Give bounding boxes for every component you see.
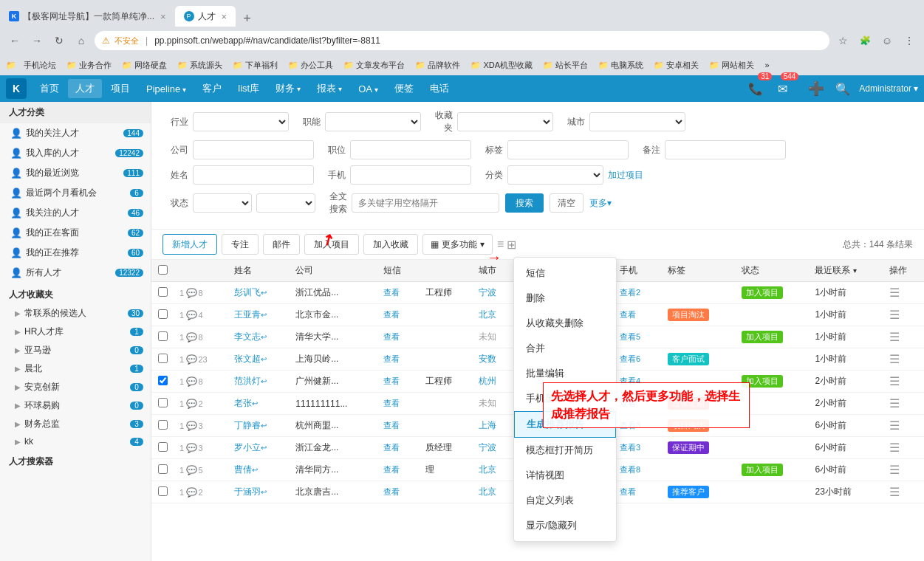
sidebar-item-my-db[interactable]: 👤 我入库的人才 12242 xyxy=(0,143,151,163)
view-link-2[interactable]: 查看3 xyxy=(620,421,640,430)
row-checkbox[interactable] xyxy=(158,287,168,297)
candidate-name-link[interactable]: 丁静睿 xyxy=(234,420,261,430)
name-link-icon[interactable]: ↩ xyxy=(261,355,267,363)
view-link-2[interactable]: 查看2 xyxy=(620,288,640,297)
operate-menu-icon[interactable]: ☰ xyxy=(889,486,900,498)
refresh-button[interactable]: ↻ xyxy=(50,32,68,49)
more-func-button[interactable]: ▦ 更多功能 ▾ xyxy=(422,234,493,255)
bookmark-brand[interactable]: 📁 品牌软件 xyxy=(412,58,463,72)
collection-item-6[interactable]: ▶ 财务总监 3 xyxy=(0,415,151,433)
position-input[interactable] xyxy=(350,140,471,159)
nav-report[interactable]: 报表 xyxy=(309,79,349,98)
new-talent-button[interactable]: 新增人才 xyxy=(162,234,217,255)
back-button[interactable]: ← xyxy=(6,32,24,49)
view-link-2[interactable]: 查看 xyxy=(620,310,636,319)
nav-home[interactable]: 首页 xyxy=(32,79,66,98)
collection-item-7[interactable]: ▶ kk 4 xyxy=(0,433,151,450)
dropdown-item-show-mobile[interactable]: 手机显示号码 xyxy=(514,386,616,411)
view-link-1[interactable]: 查看 xyxy=(383,421,400,430)
profile-button[interactable]: ☺ xyxy=(878,32,896,49)
forward-button[interactable]: → xyxy=(28,32,46,49)
dropdown-item-generate-report[interactable]: 生成推荐报告 xyxy=(514,411,616,438)
bookmark-website[interactable]: 📁 网站相关 xyxy=(706,58,757,72)
candidate-name-link[interactable]: 罗小立 xyxy=(234,442,261,452)
nav-phone[interactable]: 电话 xyxy=(422,79,456,98)
sidebar-item-recent[interactable]: 👤 我的最近浏览 111 xyxy=(0,163,151,183)
subscribe-button[interactable]: 专注 xyxy=(222,234,259,255)
add-project-button[interactable]: 加入项目 xyxy=(304,234,359,255)
bookmark-more[interactable]: » xyxy=(762,59,772,71)
view-link-2[interactable]: 查看3 xyxy=(620,443,640,452)
tab-2[interactable]: P 人才 × xyxy=(175,6,236,27)
view-link-2[interactable]: 查看5 xyxy=(620,332,640,341)
bookmark-article[interactable]: 📁 文章发布平台 xyxy=(340,58,408,72)
address-input[interactable]: ⚠ 不安全 | pp.ppinsoft.cn/webapp/#/nav/cand… xyxy=(95,31,829,50)
candidate-name-link[interactable]: 彭训飞 xyxy=(234,287,261,297)
industry-select[interactable] xyxy=(193,112,289,131)
name-link-icon[interactable]: ↩ xyxy=(252,399,258,407)
nav-talent[interactable]: 人才 xyxy=(68,79,102,98)
operate-menu-icon[interactable]: ☰ xyxy=(889,419,900,432)
tag-badge[interactable]: 项目淘汰 xyxy=(668,309,709,321)
nav-pipeline[interactable]: Pipeline xyxy=(139,80,194,97)
row-checkbox[interactable] xyxy=(158,331,168,341)
new-tab-button[interactable]: + xyxy=(236,11,259,27)
category-select[interactable] xyxy=(507,165,603,185)
select-all-checkbox[interactable] xyxy=(158,265,168,275)
city-link[interactable]: 安数 xyxy=(479,354,496,364)
collection-select[interactable] xyxy=(457,112,553,131)
view-link-2[interactable]: 查看8 xyxy=(620,465,640,474)
note-input[interactable] xyxy=(665,140,786,159)
sidebar-item-all[interactable]: 👤 所有人才 12322 xyxy=(0,263,151,283)
chat-bubble[interactable]: 💬8 xyxy=(186,288,202,298)
grid-view-icon[interactable]: ⊞ xyxy=(507,238,516,252)
nav-finance[interactable]: 财务 xyxy=(268,79,308,98)
sidebar-item-my-focus[interactable]: 👤 我的关注人才 144 xyxy=(0,123,151,143)
row-checkbox[interactable] xyxy=(158,309,168,319)
name-link-icon[interactable]: ↩ xyxy=(261,421,267,430)
operate-menu-icon[interactable]: ☰ xyxy=(889,375,900,388)
row-checkbox[interactable] xyxy=(158,464,168,474)
tag-badge[interactable]: 过保证期 xyxy=(668,397,709,410)
collection-item-4[interactable]: ▶ 安克创新 0 xyxy=(0,378,151,396)
nav-customer[interactable]: 客户 xyxy=(195,79,229,98)
view-link-1[interactable]: 查看 xyxy=(383,310,400,319)
bookmark-business[interactable]: 📁 业务合作 xyxy=(64,58,114,72)
add-project-link[interactable]: 加过项目 xyxy=(608,169,643,182)
collection-item-3[interactable]: ▶ 晨北 1 xyxy=(0,359,151,378)
dropdown-item-show-hide[interactable]: 显示/隐藏列 xyxy=(514,513,616,538)
operate-menu-icon[interactable]: ☰ xyxy=(889,286,900,299)
city-select[interactable] xyxy=(589,112,685,131)
chat-bubble[interactable]: 💬4 xyxy=(186,310,202,320)
row-checkbox[interactable] xyxy=(158,486,168,496)
operate-menu-icon[interactable]: ☰ xyxy=(889,441,900,454)
dropdown-item-merge[interactable]: 合并 xyxy=(514,336,616,361)
status-badge[interactable]: 加入项目 xyxy=(742,464,783,476)
more-filter-button[interactable]: 更多▾ xyxy=(589,197,612,210)
name-link-icon[interactable]: ↩ xyxy=(261,311,267,319)
mail-icon[interactable]: ✉ 544 xyxy=(772,78,793,99)
chat-bubble[interactable]: 💬3 xyxy=(186,443,202,453)
view-link-1[interactable]: 查看 xyxy=(383,465,400,474)
company-input[interactable] xyxy=(193,140,314,159)
menu-button[interactable]: ⋮ xyxy=(900,32,918,49)
list-view-icon[interactable]: ≡ xyxy=(497,238,504,252)
name-link-icon[interactable]: ↩ xyxy=(261,377,267,385)
name-link-icon[interactable]: ↩ xyxy=(261,289,267,297)
mobile-input[interactable] xyxy=(350,165,471,185)
tab-1-close[interactable]: × xyxy=(160,11,166,22)
candidate-name-link[interactable]: 王亚青 xyxy=(234,309,261,320)
name-link-icon[interactable]: ↩ xyxy=(252,466,258,474)
chat-bubble[interactable]: 💬23 xyxy=(186,354,207,365)
candidate-name-link[interactable]: 曹倩 xyxy=(234,464,252,475)
bookmark-computer[interactable]: 📁 电脑系统 xyxy=(595,58,646,72)
city-link[interactable]: 宁波 xyxy=(479,287,496,297)
status-badge[interactable]: 加入项目 xyxy=(742,286,783,299)
view-link-1[interactable]: 查看 xyxy=(383,399,400,407)
view-link-2[interactable]: 查看 xyxy=(620,487,636,496)
candidate-name-link[interactable]: 李文志 xyxy=(234,331,261,342)
view-link-1[interactable]: 查看 xyxy=(383,376,400,385)
search-button[interactable]: 搜索 xyxy=(505,193,544,213)
operate-menu-icon[interactable]: ☰ xyxy=(889,309,900,321)
dropdown-item-open-resume[interactable]: 模态框打开简历 xyxy=(514,438,616,463)
